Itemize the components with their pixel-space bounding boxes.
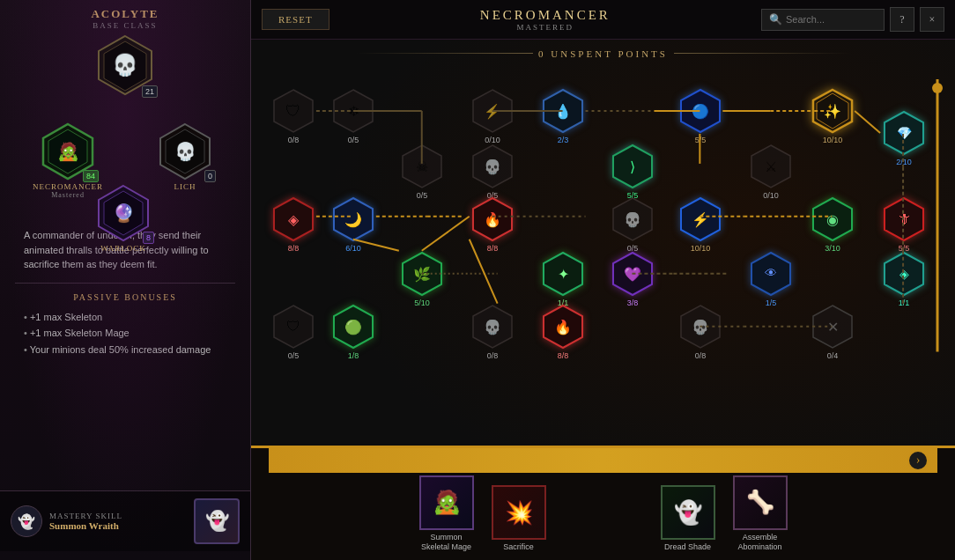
node-n29[interactable]: ✕ 0/4: [810, 304, 855, 360]
node-n16[interactable]: ⚡ 10/10: [677, 196, 723, 253]
passive-item-2: +1 max Skeleton Mage: [24, 325, 226, 342]
lich-label: Lich: [174, 182, 196, 191]
right-panel: RESET Necromancer Mastered 🔍 ? × 0 UNSPE…: [251, 0, 955, 560]
node-n2[interactable]: ❄ 0/5: [330, 88, 376, 144]
skill-tree-canvas: 🛡 0/8 ❄ 0/5 ⚡ 0/10: [251, 79, 955, 507]
lich-class-icon[interactable]: 💀 0 Lich: [156, 122, 214, 191]
mastery-skill-portrait[interactable]: 👻: [194, 498, 240, 544]
passive-bonuses-title: Passive Bonuses: [24, 292, 226, 302]
close-button[interactable]: ×: [920, 7, 944, 32]
node-n17[interactable]: ◉ 3/10: [810, 196, 855, 253]
search-input[interactable]: [786, 14, 877, 25]
progression-track: ›: [269, 448, 937, 473]
node-n12[interactable]: ◈ 8/8: [270, 196, 316, 253]
node-n28[interactable]: 💀 0/8: [677, 304, 723, 360]
base-class-name: Acolyte: [91, 7, 159, 21]
mastery-skill-label: Mastery Skill: [49, 512, 122, 520]
node-n15[interactable]: 💀 0/5: [610, 196, 655, 253]
node-n5[interactable]: 🔵 5/5: [677, 88, 723, 144]
warlock-badge: 8: [143, 232, 154, 244]
necromancer-label: Necromancer: [33, 182, 103, 191]
help-button[interactable]: ?: [890, 7, 914, 32]
bottom-skills-row: 🧟 SummonSkeletal Mage 💥 Sacrifice 👻 Drea…: [419, 475, 788, 553]
bottom-bar: › 🧟 SummonSkeletal Mage 💥 Sacrifice 👻 Dr…: [251, 446, 955, 560]
tree-subtitle: Mastered: [329, 23, 761, 32]
bottom-skill-label-2: Sacrifice: [503, 542, 534, 553]
base-class-sub: Base Class: [91, 21, 159, 30]
tree-header: RESET Necromancer Mastered 🔍 ? ×: [251, 0, 955, 40]
svg-point-42: [932, 83, 943, 93]
necromancer-sublabel: Mastered: [51, 191, 85, 199]
left-panel: Acolyte Base Class 💀 21 🧟: [0, 0, 251, 560]
tree-title: Necromancer: [329, 8, 761, 23]
bottom-skill-label-1: SummonSkeletal Mage: [421, 533, 471, 553]
node-n24[interactable]: 🛡 0/5: [270, 304, 316, 360]
search-icon: 🔍: [769, 13, 782, 26]
svg-line-29: [422, 217, 470, 251]
bottom-skill-sacrifice[interactable]: 💥 Sacrifice: [492, 485, 546, 553]
node-n27[interactable]: 🔥 8/8: [540, 304, 586, 360]
node-n6[interactable]: ✨ 10/10: [810, 88, 855, 144]
bottom-skill-dread-shade[interactable]: 👻 Dread Shade: [661, 485, 715, 553]
tree-title-area: Necromancer Mastered: [329, 8, 761, 32]
passive-item-1: +1 max Skeleton: [24, 309, 226, 326]
node-n18[interactable]: 🗡 5/5: [881, 196, 927, 253]
node-n11[interactable]: ⚔ 0/10: [748, 144, 794, 200]
necromancer-class-icon[interactable]: 🧟 84 Necromancer Mastered: [33, 122, 103, 199]
node-n23[interactable]: ◈ 1/1: [881, 251, 927, 307]
acolyte-badge: 21: [142, 85, 158, 98]
warlock-label: Warlock: [100, 244, 146, 253]
unspent-points-bar: 0 UNSPENT POINTS: [251, 40, 955, 66]
unspent-points-text: 0 UNSPENT POINTS: [538, 48, 668, 59]
lich-badge: 0: [204, 170, 216, 182]
node-n3[interactable]: ⚡ 0/10: [470, 88, 515, 144]
node-n25[interactable]: 🟢 1/8: [330, 304, 376, 360]
svg-line-17: [855, 111, 880, 133]
node-n1[interactable]: 🛡 0/8: [270, 88, 316, 144]
reset-button[interactable]: RESET: [262, 9, 329, 30]
mastery-skill-name: Summon Wraith: [49, 520, 122, 531]
passive-item-3: Your minions deal 50% increased damage: [24, 342, 226, 358]
class-skill-display: 💀 21 🧟 84 Necromancer Mastered: [19, 34, 231, 219]
warlock-class-icon[interactable]: 🔮 8 Warlock: [94, 184, 152, 253]
bottom-skill-summon-skeletal-mage[interactable]: 🧟 SummonSkeletal Mage: [419, 475, 474, 553]
node-n13[interactable]: 🌙 6/10: [330, 196, 376, 253]
node-n4[interactable]: 💧 2/3: [540, 88, 586, 144]
node-n9[interactable]: 💀 0/5: [470, 144, 515, 200]
node-n20[interactable]: ✦ 1/1: [540, 251, 586, 307]
node-n7[interactable]: 💎 2/10: [881, 110, 927, 166]
bottom-skill-assemble-abomination[interactable]: 🦴 AssembleAbomination: [733, 475, 788, 553]
node-n26[interactable]: 💀 0/8: [470, 304, 515, 360]
node-n19[interactable]: 🌿 5/10: [399, 251, 445, 307]
node-n22[interactable]: 👁 1/5: [748, 251, 794, 307]
node-n10[interactable]: ⟩ 5/5: [610, 144, 655, 200]
node-n14[interactable]: 🔥 8/8: [470, 196, 515, 253]
node-n21[interactable]: 💜 3/8: [610, 251, 655, 307]
acolyte-base-icon[interactable]: 💀 21: [94, 34, 156, 96]
base-class-label: Acolyte Base Class: [91, 7, 159, 30]
mastery-skill-text: Mastery Skill Summon Wraith: [49, 512, 122, 531]
mastery-skill-section: 👻 Mastery Skill Summon Wraith 👻: [0, 490, 250, 551]
bottom-skill-label-3: Dread Shade: [664, 542, 711, 553]
search-box[interactable]: 🔍: [761, 9, 885, 31]
passive-bonuses-section: Passive Bonuses +1 max Skeleton +1 max S…: [15, 283, 235, 358]
track-arrow: ›: [907, 450, 929, 471]
node-n8[interactable]: ☠ 0/5: [399, 144, 445, 200]
necromancer-badge: 84: [83, 170, 99, 182]
mastery-skill-icon: 👻: [11, 505, 42, 537]
bottom-skill-label-4: AssembleAbomination: [737, 533, 781, 553]
